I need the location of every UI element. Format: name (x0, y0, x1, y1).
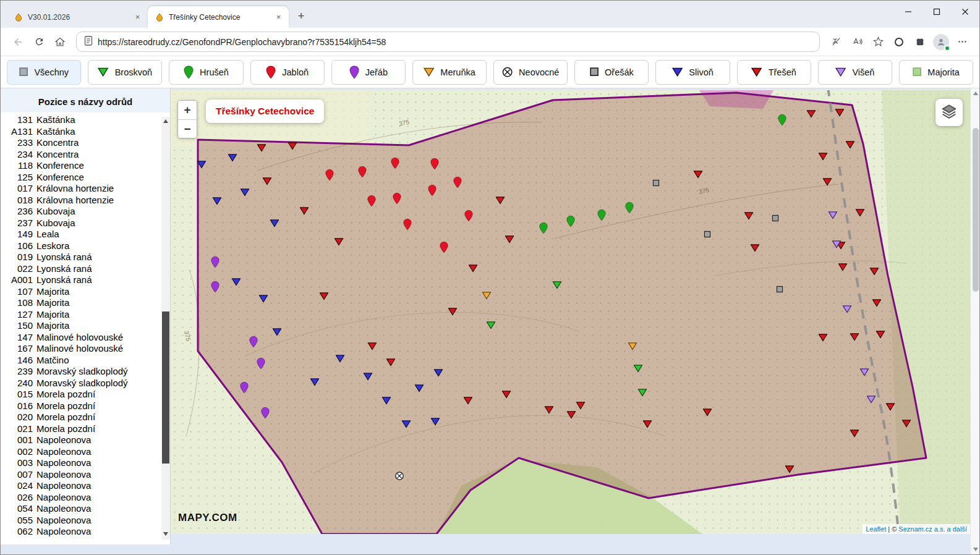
page-scroll-thumb[interactable] (973, 128, 979, 292)
map-marker-visen[interactable] (828, 211, 837, 219)
map-marker-tresen[interactable] (642, 420, 652, 428)
filter-visen[interactable]: Višeň (818, 60, 892, 85)
variety-item[interactable]: 021Morela pozdní (1, 423, 170, 435)
map-marker-hrusen[interactable] (625, 201, 634, 213)
map-marker-tresen[interactable] (835, 108, 845, 116)
map-marker-broskvon[interactable] (634, 365, 643, 373)
variety-item[interactable]: 055Napoleonova (1, 515, 170, 527)
variety-item[interactable]: 147Malinové holovouské (1, 332, 170, 344)
map-marker-slivon[interactable] (258, 294, 268, 302)
map-marker-tresen[interactable] (846, 141, 855, 149)
zoom-out-button[interactable]: − (178, 119, 197, 138)
map-marker-broskvon[interactable] (487, 321, 496, 329)
variety-item[interactable]: 167Malinové holovouské (1, 343, 170, 355)
map-marker-oresak[interactable] (652, 180, 659, 187)
site-info-icon[interactable] (84, 36, 93, 48)
filter-tresen[interactable]: Třešeň (737, 60, 811, 85)
variety-item[interactable]: 118Konference (1, 160, 170, 172)
variety-item[interactable]: 018Královna hortenzie (1, 195, 170, 206)
map-marker-hrusen[interactable] (539, 222, 548, 234)
map-marker-tresen[interactable] (502, 390, 511, 398)
map-marker-slivon[interactable] (402, 420, 411, 428)
map-marker-jerab[interactable] (261, 407, 270, 419)
map-marker-jerab[interactable] (211, 256, 219, 268)
map-marker-merunka[interactable] (482, 291, 491, 299)
filter-oresak[interactable]: Ořešák (574, 60, 649, 85)
map-marker-tresen[interactable] (819, 333, 828, 341)
map-marker-slivon[interactable] (434, 368, 443, 376)
map-marker-tresen[interactable] (386, 358, 395, 366)
map-marker-tresen[interactable] (505, 235, 514, 244)
close-button[interactable] (951, 1, 979, 23)
variety-item[interactable]: 239Moravský sladkoplodý (1, 366, 170, 378)
map-marker-tresen[interactable] (694, 170, 703, 178)
variety-item[interactable]: 106Leskora (1, 240, 170, 252)
map-marker-jablon[interactable] (403, 219, 412, 231)
map-marker-visen[interactable] (860, 368, 869, 376)
map-marker-tresen[interactable] (495, 197, 505, 205)
translate-disabled-icon[interactable] (826, 32, 846, 52)
variety-item[interactable]: A001Lyonská raná (1, 274, 170, 286)
map-marker-oresak[interactable] (777, 286, 783, 292)
refresh-icon[interactable] (29, 32, 49, 52)
map-marker-slivon[interactable] (212, 197, 221, 205)
map-marker-jerab[interactable] (257, 357, 265, 369)
variety-item[interactable]: 022Lyonská raná (1, 263, 170, 275)
variety-item[interactable]: 107Majorita (1, 286, 170, 298)
variety-item[interactable]: 002Napoleonova (1, 446, 170, 458)
map-marker-tresen[interactable] (263, 177, 272, 185)
map-marker-tresen[interactable] (819, 152, 828, 160)
variety-item[interactable]: 146Matčino (1, 355, 170, 366)
tab-close-icon[interactable]: × (132, 12, 143, 22)
map-marker-tresen[interactable] (885, 402, 895, 410)
variety-item[interactable]: 127Majorita (1, 309, 170, 321)
variety-item[interactable]: 019Lyonská raná (1, 252, 170, 263)
variety-item[interactable]: 001Napoleonova (1, 434, 170, 446)
map-marker-jablon[interactable] (367, 195, 376, 207)
map-marker-slivon[interactable] (197, 160, 207, 168)
map-marker-visen[interactable] (866, 395, 876, 403)
map-marker-jablon[interactable] (464, 210, 473, 222)
map-marker-tresen[interactable] (850, 430, 859, 438)
variety-item[interactable]: 017Královna hortenzie (1, 183, 170, 195)
map-marker-tresen[interactable] (566, 410, 576, 418)
new-tab-button[interactable]: + (292, 7, 310, 25)
leaflet-link[interactable]: Leaflet (866, 525, 886, 533)
map-marker-jablon[interactable] (325, 169, 334, 181)
map-marker-tresen[interactable] (702, 409, 712, 417)
filter-merunka[interactable]: Meruňka (412, 60, 487, 85)
map-marker-tresen[interactable] (785, 465, 794, 473)
variety-item[interactable]: 108Majorita (1, 297, 170, 309)
map-marker-oresak[interactable] (772, 214, 778, 221)
sidebar-scrollbar[interactable] (161, 117, 170, 540)
map-marker-slivon[interactable] (232, 278, 241, 286)
map-marker-tresen[interactable] (334, 237, 343, 245)
map-marker-hrusen[interactable] (566, 216, 575, 227)
map-marker-tresen[interactable] (544, 405, 553, 413)
map-marker-broskvon[interactable] (552, 281, 561, 289)
layers-control[interactable] (935, 99, 963, 126)
map-marker-slivon[interactable] (415, 384, 424, 392)
map-marker-jablon[interactable] (428, 184, 437, 196)
map-marker-slivon[interactable] (430, 418, 440, 426)
tab-tresinky-cetechovice[interactable]: Třešínky Cetechovice × (148, 6, 289, 28)
home-icon[interactable] (50, 32, 70, 52)
extension-ring-icon[interactable] (889, 32, 909, 52)
filter-majorita[interactable]: Majorita (899, 60, 973, 85)
map-marker-tresen[interactable] (901, 420, 911, 428)
page-scrollbar[interactable] (970, 88, 979, 554)
map-marker-tresen[interactable] (448, 308, 458, 316)
map-marker-tresen[interactable] (838, 263, 848, 271)
url-input[interactable]: https://stareodrudy.cz/GenofondPR/Genplo… (76, 32, 820, 52)
profile-avatar[interactable] (931, 32, 951, 52)
tab-v30[interactable]: V30.01.2026 × (7, 6, 148, 28)
map-marker-visen[interactable] (842, 305, 851, 313)
map-marker-visen[interactable] (832, 240, 842, 248)
map-marker-slivon[interactable] (382, 396, 391, 404)
map-marker-broskvon[interactable] (637, 388, 647, 396)
map-marker-tresen[interactable] (468, 264, 477, 272)
back-icon[interactable] (8, 32, 28, 52)
variety-item[interactable]: 026Napoleonova (1, 492, 170, 504)
map-marker-tresen[interactable] (288, 142, 297, 150)
variety-item[interactable]: 024Napoleonova (1, 480, 170, 492)
